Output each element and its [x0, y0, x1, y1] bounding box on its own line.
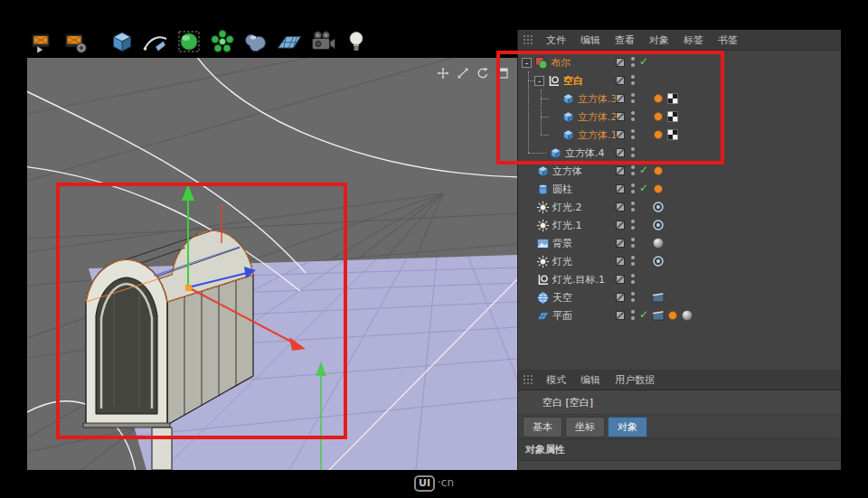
cube-tool-icon[interactable]: [107, 27, 137, 56]
dot-tag[interactable]: [652, 128, 665, 141]
film-tag[interactable]: [652, 291, 665, 304]
expander-null[interactable]: -: [534, 76, 544, 86]
object-row-light[interactable]: 灯光: [518, 252, 841, 270]
dot-tag[interactable]: [652, 164, 665, 177]
expander-boole[interactable]: -: [522, 58, 532, 68]
pen-tool-icon[interactable]: [140, 27, 171, 56]
layer-square[interactable]: [616, 184, 625, 193]
visibility-dots[interactable]: [631, 202, 635, 211]
checker-tag[interactable]: [666, 110, 679, 123]
layer-square[interactable]: [616, 239, 625, 248]
panel-grip-icon[interactable]: [523, 374, 533, 385]
object-row-null[interactable]: -空白: [518, 71, 841, 89]
tab-object[interactable]: 对象: [608, 417, 647, 437]
object-row-plane[interactable]: 平面✓: [518, 306, 841, 324]
dot-tag[interactable]: [652, 92, 665, 105]
metaball-tool-icon[interactable]: [241, 27, 271, 56]
attr-menu-edit[interactable]: 编辑: [573, 373, 608, 387]
dot-tag[interactable]: [652, 110, 665, 123]
layer-square[interactable]: [616, 257, 625, 266]
tree-spacer: [522, 220, 533, 231]
visibility-dots[interactable]: [631, 111, 635, 121]
object-row-cube-4[interactable]: 立方体.4: [518, 144, 841, 162]
layer-square[interactable]: [616, 293, 625, 302]
visibility-dots[interactable]: [631, 238, 635, 248]
om-menu-file[interactable]: 文件: [539, 33, 573, 47]
object-row-cube-3[interactable]: 立方体.3: [518, 89, 841, 108]
om-menu-objects[interactable]: 对象: [642, 33, 676, 47]
layer-square[interactable]: [616, 148, 625, 157]
render-view-icon[interactable]: [27, 27, 58, 56]
render-settings-icon[interactable]: [61, 27, 91, 56]
layer-square[interactable]: [616, 311, 625, 320]
layer-square[interactable]: [616, 94, 625, 103]
dot-tag[interactable]: [652, 183, 665, 195]
attr-menu-user-data[interactable]: 用户数据: [608, 373, 662, 387]
checker-tag[interactable]: [666, 92, 679, 105]
visibility-dots[interactable]: [631, 220, 635, 230]
object-row-light-target-1[interactable]: 灯光.目标.1: [518, 270, 841, 288]
maximize-view-icon[interactable]: [495, 66, 510, 80]
enabled-check[interactable]: ✓: [639, 308, 648, 321]
zoom-view-icon[interactable]: [456, 66, 470, 80]
tree-spacer: [522, 238, 533, 249]
rotate-view-icon[interactable]: [476, 66, 490, 80]
visibility-dots[interactable]: [631, 147, 635, 157]
target-tag[interactable]: [652, 219, 665, 231]
visibility-dots[interactable]: [631, 75, 635, 85]
visibility-dots[interactable]: [631, 129, 635, 139]
object-row-background[interactable]: 背景: [518, 234, 841, 252]
enabled-check[interactable]: ✓: [639, 182, 648, 194]
floor-tool-icon[interactable]: [274, 27, 305, 56]
layer-square[interactable]: [616, 112, 625, 121]
layer-square[interactable]: [616, 221, 625, 230]
array-tool-icon[interactable]: [207, 27, 238, 56]
attr-menu-mode[interactable]: 模式: [539, 373, 573, 387]
object-row-boole[interactable]: -布尔✓: [518, 53, 841, 71]
object-row-cube[interactable]: 立方体✓: [518, 162, 841, 180]
layer-square[interactable]: [616, 275, 625, 284]
light-tool-icon[interactable]: [341, 27, 372, 56]
om-menu-edit[interactable]: 编辑: [573, 33, 608, 47]
om-menu-tags[interactable]: 标签: [676, 33, 711, 47]
object-row-sky[interactable]: 天空: [518, 288, 841, 306]
visibility-dots[interactable]: [631, 57, 635, 67]
layer-square[interactable]: [616, 130, 625, 139]
tab-basic[interactable]: 基本: [523, 417, 562, 437]
checker-tag[interactable]: [666, 128, 679, 141]
enabled-check[interactable]: ✓: [639, 55, 648, 68]
object-row-light-2[interactable]: 灯光.2: [518, 198, 841, 216]
object-row-light-1[interactable]: 灯光.1: [518, 216, 841, 234]
subdivision-surface-icon[interactable]: [174, 27, 204, 56]
target-tag[interactable]: [652, 201, 665, 213]
camera-tool-icon[interactable]: [307, 27, 338, 56]
viewport[interactable]: [27, 58, 517, 470]
om-menu-view[interactable]: 查看: [608, 33, 642, 47]
layer-square[interactable]: [616, 202, 625, 211]
visibility-dots[interactable]: [631, 274, 635, 284]
layer-square[interactable]: [616, 76, 625, 85]
layer-square[interactable]: [616, 166, 625, 175]
visibility-dots[interactable]: [631, 292, 635, 302]
visibility-dots[interactable]: [631, 165, 635, 175]
pan-view-icon[interactable]: [436, 66, 450, 80]
attributes-body: [518, 461, 841, 470]
dot-tag[interactable]: [666, 309, 679, 322]
visibility-dots[interactable]: [631, 256, 635, 266]
object-row-cube-1[interactable]: 立方体.1: [518, 126, 841, 144]
sphere-tag[interactable]: [652, 237, 665, 249]
sphere-tag[interactable]: [681, 309, 693, 322]
target-tag[interactable]: [652, 255, 665, 268]
visibility-dots[interactable]: [631, 183, 635, 193]
om-menu-bookmarks[interactable]: 书签: [711, 33, 745, 47]
layer-square[interactable]: [616, 58, 625, 67]
viewport-controls: [436, 66, 510, 80]
visibility-dots[interactable]: [631, 93, 635, 103]
film-tag[interactable]: [652, 309, 665, 322]
panel-grip-icon[interactable]: [523, 34, 533, 45]
object-row-cylinder[interactable]: 圆柱✓: [518, 180, 841, 198]
enabled-check[interactable]: ✓: [639, 164, 648, 176]
tab-coordinates[interactable]: 坐标: [565, 417, 605, 437]
object-row-cube-2[interactable]: 立方体.2: [518, 108, 841, 126]
visibility-dots[interactable]: [631, 310, 635, 320]
